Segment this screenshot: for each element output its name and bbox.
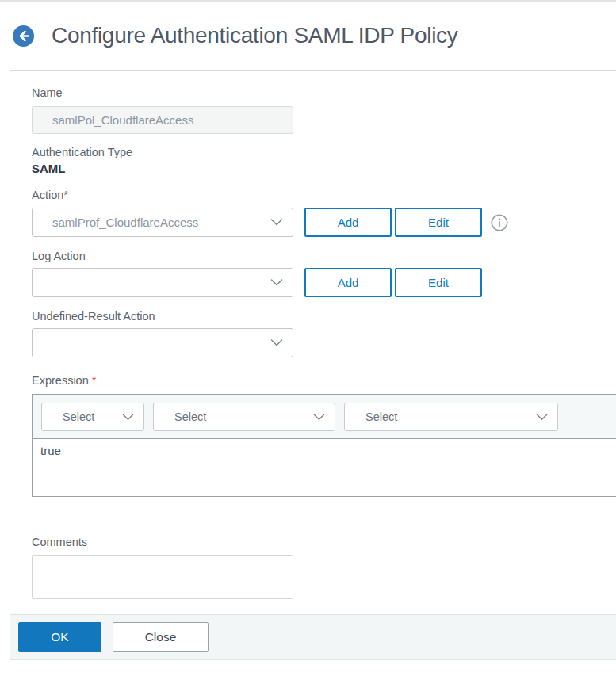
comments-textarea[interactable] [32, 555, 293, 599]
chevron-down-icon [536, 410, 548, 424]
ok-button[interactable]: OK [18, 622, 101, 652]
log-action-label: Log Action [32, 250, 616, 262]
log-action-row: Add Edit [32, 268, 616, 297]
expression-textarea[interactable]: true [33, 439, 616, 496]
log-action-add-button[interactable]: Add [304, 268, 392, 297]
chevron-down-icon [270, 339, 283, 346]
expression-toolbar: Select Select Select [33, 395, 616, 439]
close-button[interactable]: Close [113, 622, 209, 652]
action-add-button[interactable]: Add [304, 208, 392, 237]
expression-label-text: Expression [32, 374, 89, 387]
page-title: Configure Authentication SAML IDP Policy [52, 23, 458, 48]
action-row: samlProf_CloudflareAccess Add Edit [32, 208, 616, 237]
form-panel: Name Authentication Type SAML Action* sa… [10, 70, 616, 660]
expression-select-3-value: Select [365, 411, 536, 423]
expression-select-2[interactable]: Select [153, 403, 335, 431]
expression-select-3[interactable]: Select [344, 403, 558, 431]
action-select[interactable]: samlProf_CloudflareAccess [32, 208, 293, 237]
back-button[interactable] [13, 25, 34, 47]
expression-select-1[interactable]: Select [41, 403, 144, 431]
chevron-down-icon [270, 219, 283, 226]
expression-builder: Select Select Select [32, 394, 616, 497]
name-label: Name [32, 86, 616, 99]
chevron-down-icon [270, 279, 283, 286]
auth-type-value: SAML [32, 162, 616, 175]
back-arrow-icon [13, 25, 34, 47]
name-input [32, 106, 293, 134]
log-action-edit-button[interactable]: Edit [395, 268, 482, 297]
auth-type-label: Authentication Type [32, 146, 616, 158]
required-asterisk: * [92, 374, 97, 387]
comments-label: Comments [32, 536, 616, 548]
log-action-select[interactable] [32, 268, 293, 297]
undefined-result-action-label: Undefined-Result Action [32, 310, 616, 323]
form-body: Name Authentication Type SAML Action* sa… [10, 71, 616, 599]
expression-select-2-value: Select [174, 411, 313, 423]
action-select-value: samlProf_CloudflareAccess [52, 216, 270, 229]
undefined-result-action-select[interactable] [32, 328, 293, 357]
expression-select-1-value: Select [63, 411, 122, 423]
chevron-down-icon [313, 410, 325, 424]
expression-label: Expression * [32, 374, 616, 387]
action-edit-button[interactable]: Edit [395, 208, 482, 237]
page-header: Configure Authentication SAML IDP Policy [0, 2, 616, 70]
form-footer: OK Close [10, 614, 616, 660]
action-label: Action* [32, 189, 616, 201]
chevron-down-icon [122, 410, 134, 424]
action-info-icon[interactable] [491, 214, 508, 231]
